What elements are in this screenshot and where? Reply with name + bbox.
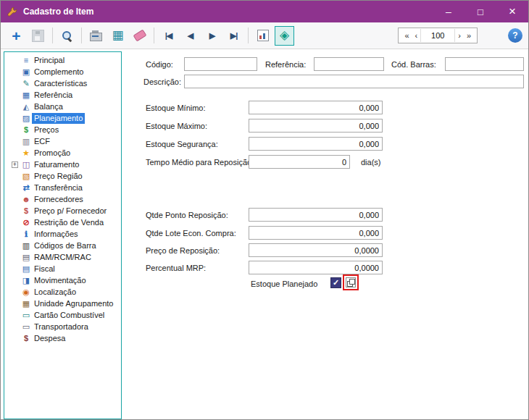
codigo-input[interactable] [184, 57, 257, 71]
truck-icon [20, 321, 32, 332]
sidebar-item-fiscal[interactable]: Fiscal [4, 263, 121, 274]
qtde-ponto-label: Qtde Ponto Reposição: [146, 211, 228, 219]
sidebar-item-label: ECF [32, 136, 52, 147]
grouping-icon [20, 298, 32, 309]
sidebar-item-label: Unidade Agrupamento [32, 298, 115, 309]
sidebar-item-ram-rcm-rac[interactable]: RAM/RCM/RAC [4, 251, 121, 263]
sidebar-item-unidade-agrupamento[interactable]: Unidade Agrupamento [4, 298, 121, 309]
floppy-icon [32, 30, 44, 42]
sidebar-item-transportadora[interactable]: Transportadora [4, 321, 121, 332]
expense-icon [20, 332, 32, 344]
close-button[interactable]: × [496, 1, 528, 22]
sidebar-item-label: Transferência [32, 182, 85, 193]
sidebar-item-promocao[interactable]: Promoção [4, 147, 121, 159]
sidebar-item-restricao-de-venda[interactable]: Restrição de Venda [4, 217, 121, 228]
tempo-medio-input[interactable] [249, 155, 350, 169]
eraser-button[interactable] [130, 26, 149, 46]
annotation-highlight [343, 274, 359, 290]
document-icon [20, 251, 32, 263]
sidebar-item-label: Códigos de Barra [32, 240, 99, 251]
sidebar-item-transferencia[interactable]: Transferência [4, 182, 121, 193]
expander-spacer [10, 54, 20, 66]
sidebar-item-label: Informações [32, 229, 80, 240]
invoice-icon [20, 159, 32, 170]
expander-spacer [10, 135, 20, 147]
sidebar-item-faturamento[interactable]: +Faturamento [4, 159, 121, 170]
sidebar-item-complemento[interactable]: Complemento [4, 66, 121, 77]
estoque-planejado-checkbox[interactable] [330, 277, 341, 288]
descricao-input[interactable] [184, 75, 524, 88]
sidebar-item-cartao-combustivel[interactable]: Cartão Combustível [4, 309, 121, 321]
sidebar-tree: PrincipalComplementoCaracterísticasRefer… [4, 51, 122, 419]
sidebar-item-despesa[interactable]: Despesa [4, 332, 121, 344]
sidebar-item-principal[interactable]: Principal [4, 54, 121, 66]
copy-planned-stock-button[interactable] [346, 277, 356, 287]
estoque-maximo-input[interactable] [249, 119, 383, 133]
sidebar-item-informacoes[interactable]: Informações [4, 228, 121, 240]
report-button[interactable] [253, 26, 272, 46]
sidebar-item-label: Movimentação [32, 275, 88, 286]
sidebar-item-caracteristicas[interactable]: Características [4, 77, 121, 89]
maximize-button[interactable]: □ [465, 1, 496, 22]
grid-button[interactable] [108, 26, 128, 46]
expander-spacer [10, 124, 20, 135]
cod-barras-label: Cód. Barras: [391, 60, 436, 69]
expander-spacer [10, 147, 20, 159]
sidebar-item-fornecedores[interactable]: Fornecedores [4, 193, 121, 205]
help-button[interactable]: ? [508, 28, 522, 43]
list-icon [20, 54, 32, 66]
sidebar-item-localizacao[interactable]: Localização [4, 286, 121, 298]
sidebar-item-planejamento[interactable]: Planejamento [4, 112, 121, 124]
sidebar-item-codigos-de-barra[interactable]: Códigos de Barra [4, 240, 121, 251]
estoque-minimo-input[interactable] [249, 101, 383, 114]
toolbar-separator [154, 28, 154, 43]
app-window: Cadastro de Item – □ × + |◀ ◀ ▶ ▶| « ‹ 1… [0, 0, 529, 420]
pager-last-button[interactable]: » [464, 29, 474, 42]
preco-reposicao-input[interactable] [249, 243, 383, 257]
sidebar-item-ecf[interactable]: ECF [4, 135, 121, 147]
qtde-lote-label: Qtde Lote Econ. Compra: [146, 229, 236, 238]
sidebar-item-referencia[interactable]: Referência [4, 89, 121, 101]
pager-prev-button[interactable]: ‹ [412, 29, 421, 42]
expander-spacer [10, 182, 20, 193]
qtde-ponto-input[interactable] [249, 208, 383, 222]
sidebar-item-label: Faturamento [32, 159, 81, 170]
sidebar-item-preco-p-fornecedor[interactable]: Preço p/ Fornecedor [4, 205, 121, 217]
cod-barras-input[interactable] [445, 57, 524, 71]
pager-first-button[interactable]: « [401, 29, 412, 42]
prev-record-icon: ◀ [188, 31, 193, 41]
nav-next-button[interactable]: ▶ [202, 26, 222, 46]
report-icon [257, 30, 269, 41]
search-button[interactable] [57, 26, 77, 46]
scale-icon [20, 101, 32, 112]
nav-prev-button[interactable]: ◀ [180, 26, 200, 46]
next-record-icon: ▶ [209, 31, 214, 41]
nav-first-button[interactable]: |◀ [159, 26, 178, 46]
add-button[interactable]: + [7, 26, 26, 46]
sidebar-item-label: Fiscal [32, 264, 57, 274]
save-button[interactable] [28, 26, 48, 46]
percentual-mrp-input[interactable] [249, 261, 383, 274]
pager-next-button[interactable]: › [455, 29, 464, 42]
sidebar-item-precos[interactable]: Preços [4, 124, 121, 135]
nav-last-button[interactable]: ▶| [224, 26, 243, 46]
printer-button[interactable] [86, 26, 106, 46]
referencia-input[interactable] [314, 57, 384, 71]
info-icon [20, 228, 32, 240]
expand-icon[interactable]: + [12, 161, 18, 168]
minimize-button[interactable]: – [433, 1, 465, 22]
planned-stock-toggle[interactable] [275, 26, 294, 46]
referencia-label: Referência: [265, 60, 306, 69]
sidebar-item-movimentacao[interactable]: Movimentação [4, 274, 121, 286]
sidebar-item-preco-regiao[interactable]: Preço Região [4, 170, 121, 182]
estoque-seguranca-input[interactable] [249, 137, 383, 151]
record-pager: « ‹ 100 › » [398, 28, 478, 43]
expander-spacer [10, 263, 20, 274]
percentual-mrp-label: Percentual MRP: [146, 264, 206, 272]
sidebar-item-balanca[interactable]: Balança [4, 101, 121, 112]
expander-spacer [10, 309, 20, 321]
qtde-lote-input[interactable] [249, 226, 383, 240]
fiscal-icon [20, 263, 32, 274]
window-title: Cadastro de Item [23, 7, 433, 17]
star-icon [20, 147, 32, 159]
